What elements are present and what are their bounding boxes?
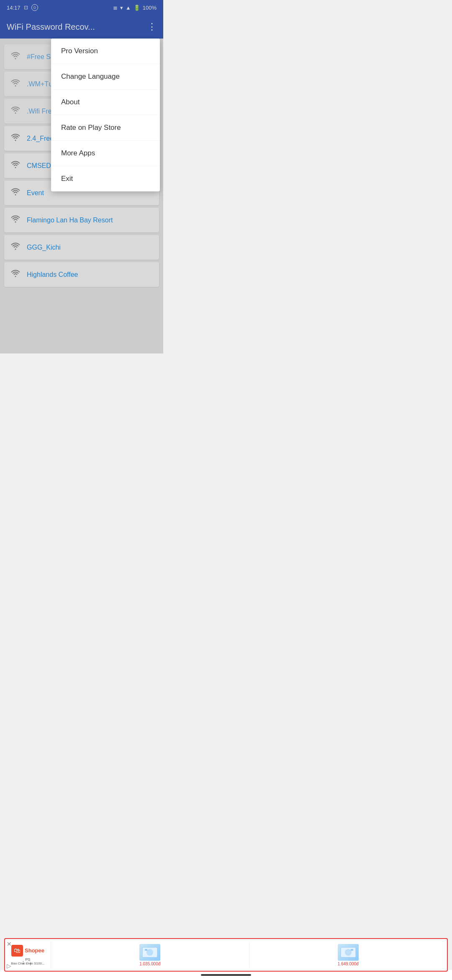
menu-item-about[interactable]: About: [51, 90, 160, 115]
menu-item-rate-play-store[interactable]: Rate on Play Store: [51, 115, 160, 141]
menu-item-pro-version[interactable]: Pro Version: [51, 39, 160, 64]
menu-item-more-apps[interactable]: More Apps: [51, 141, 160, 166]
menu-item-change-language[interactable]: Change Language: [51, 64, 160, 90]
menu-item-exit[interactable]: Exit: [51, 166, 160, 191]
dropdown-menu: Pro Version Change Language About Rate o…: [51, 39, 160, 191]
